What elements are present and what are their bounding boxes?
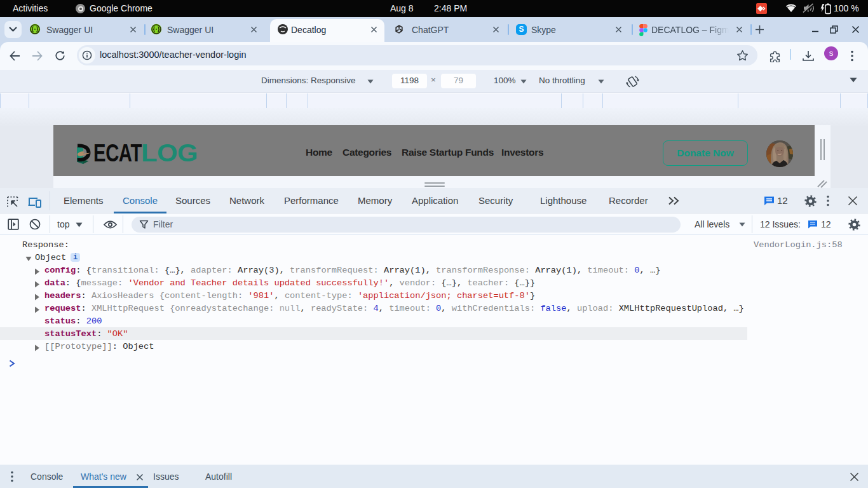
svg-text:ECAT: ECAT bbox=[93, 142, 142, 165]
svg-text:LOG: LOG bbox=[141, 142, 198, 165]
